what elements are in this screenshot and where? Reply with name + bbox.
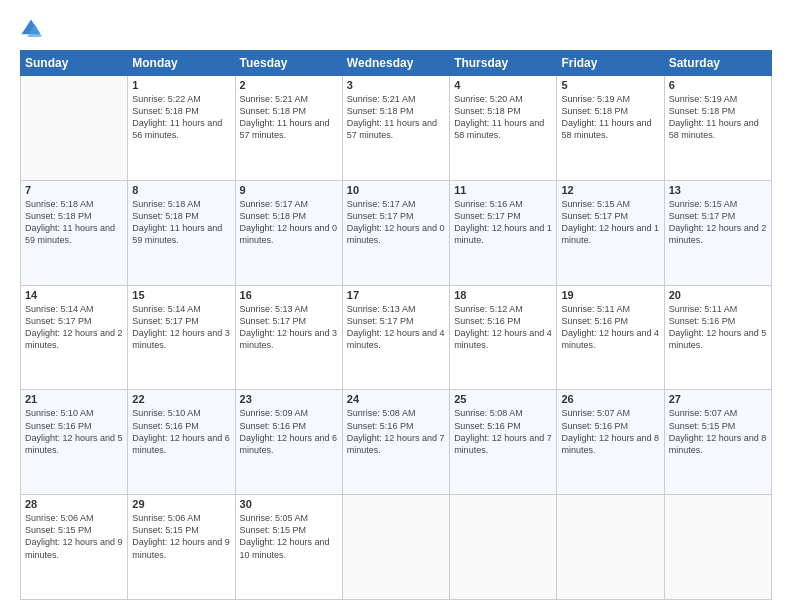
calendar-cell: 21Sunrise: 5:10 AMSunset: 5:16 PMDayligh… <box>21 390 128 495</box>
calendar-cell: 24Sunrise: 5:08 AMSunset: 5:16 PMDayligh… <box>342 390 449 495</box>
day-number: 27 <box>669 393 767 405</box>
calendar-cell: 28Sunrise: 5:06 AMSunset: 5:15 PMDayligh… <box>21 495 128 600</box>
day-number: 12 <box>561 184 659 196</box>
calendar-cell <box>450 495 557 600</box>
calendar-week-row: 1Sunrise: 5:22 AMSunset: 5:18 PMDaylight… <box>21 76 772 181</box>
day-number: 19 <box>561 289 659 301</box>
cell-info: Sunrise: 5:16 AMSunset: 5:17 PMDaylight:… <box>454 198 552 247</box>
day-number: 22 <box>132 393 230 405</box>
day-header-friday: Friday <box>557 51 664 76</box>
calendar-cell <box>342 495 449 600</box>
calendar-header-row: SundayMondayTuesdayWednesdayThursdayFrid… <box>21 51 772 76</box>
calendar-cell: 2Sunrise: 5:21 AMSunset: 5:18 PMDaylight… <box>235 76 342 181</box>
cell-info: Sunrise: 5:21 AMSunset: 5:18 PMDaylight:… <box>347 93 445 142</box>
calendar-cell: 5Sunrise: 5:19 AMSunset: 5:18 PMDaylight… <box>557 76 664 181</box>
day-header-thursday: Thursday <box>450 51 557 76</box>
logo-icon <box>20 18 42 40</box>
calendar-cell: 6Sunrise: 5:19 AMSunset: 5:18 PMDaylight… <box>664 76 771 181</box>
calendar-cell: 10Sunrise: 5:17 AMSunset: 5:17 PMDayligh… <box>342 180 449 285</box>
calendar-cell: 13Sunrise: 5:15 AMSunset: 5:17 PMDayligh… <box>664 180 771 285</box>
cell-info: Sunrise: 5:15 AMSunset: 5:17 PMDaylight:… <box>669 198 767 247</box>
calendar-cell: 19Sunrise: 5:11 AMSunset: 5:16 PMDayligh… <box>557 285 664 390</box>
calendar-cell: 18Sunrise: 5:12 AMSunset: 5:16 PMDayligh… <box>450 285 557 390</box>
day-number: 30 <box>240 498 338 510</box>
day-header-tuesday: Tuesday <box>235 51 342 76</box>
cell-info: Sunrise: 5:13 AMSunset: 5:17 PMDaylight:… <box>240 303 338 352</box>
calendar-cell <box>557 495 664 600</box>
day-number: 18 <box>454 289 552 301</box>
cell-info: Sunrise: 5:06 AMSunset: 5:15 PMDaylight:… <box>25 512 123 561</box>
cell-info: Sunrise: 5:14 AMSunset: 5:17 PMDaylight:… <box>25 303 123 352</box>
calendar-week-row: 14Sunrise: 5:14 AMSunset: 5:17 PMDayligh… <box>21 285 772 390</box>
day-number: 16 <box>240 289 338 301</box>
day-number: 11 <box>454 184 552 196</box>
cell-info: Sunrise: 5:07 AMSunset: 5:15 PMDaylight:… <box>669 407 767 456</box>
day-number: 15 <box>132 289 230 301</box>
day-number: 28 <box>25 498 123 510</box>
day-number: 6 <box>669 79 767 91</box>
cell-info: Sunrise: 5:08 AMSunset: 5:16 PMDaylight:… <box>347 407 445 456</box>
day-number: 7 <box>25 184 123 196</box>
day-number: 14 <box>25 289 123 301</box>
calendar-cell: 9Sunrise: 5:17 AMSunset: 5:18 PMDaylight… <box>235 180 342 285</box>
calendar-week-row: 7Sunrise: 5:18 AMSunset: 5:18 PMDaylight… <box>21 180 772 285</box>
day-number: 21 <box>25 393 123 405</box>
cell-info: Sunrise: 5:17 AMSunset: 5:18 PMDaylight:… <box>240 198 338 247</box>
day-number: 23 <box>240 393 338 405</box>
day-number: 1 <box>132 79 230 91</box>
calendar-cell <box>21 76 128 181</box>
cell-info: Sunrise: 5:09 AMSunset: 5:16 PMDaylight:… <box>240 407 338 456</box>
day-header-wednesday: Wednesday <box>342 51 449 76</box>
calendar-cell: 27Sunrise: 5:07 AMSunset: 5:15 PMDayligh… <box>664 390 771 495</box>
calendar-cell: 30Sunrise: 5:05 AMSunset: 5:15 PMDayligh… <box>235 495 342 600</box>
day-number: 2 <box>240 79 338 91</box>
day-number: 20 <box>669 289 767 301</box>
calendar-cell: 4Sunrise: 5:20 AMSunset: 5:18 PMDaylight… <box>450 76 557 181</box>
calendar-cell: 3Sunrise: 5:21 AMSunset: 5:18 PMDaylight… <box>342 76 449 181</box>
calendar-cell: 12Sunrise: 5:15 AMSunset: 5:17 PMDayligh… <box>557 180 664 285</box>
header <box>20 18 772 40</box>
page: SundayMondayTuesdayWednesdayThursdayFrid… <box>0 0 792 612</box>
calendar-cell: 26Sunrise: 5:07 AMSunset: 5:16 PMDayligh… <box>557 390 664 495</box>
day-number: 4 <box>454 79 552 91</box>
calendar-cell: 8Sunrise: 5:18 AMSunset: 5:18 PMDaylight… <box>128 180 235 285</box>
calendar-cell: 25Sunrise: 5:08 AMSunset: 5:16 PMDayligh… <box>450 390 557 495</box>
calendar-cell: 11Sunrise: 5:16 AMSunset: 5:17 PMDayligh… <box>450 180 557 285</box>
calendar-cell: 29Sunrise: 5:06 AMSunset: 5:15 PMDayligh… <box>128 495 235 600</box>
calendar-cell: 22Sunrise: 5:10 AMSunset: 5:16 PMDayligh… <box>128 390 235 495</box>
cell-info: Sunrise: 5:12 AMSunset: 5:16 PMDaylight:… <box>454 303 552 352</box>
calendar-cell: 17Sunrise: 5:13 AMSunset: 5:17 PMDayligh… <box>342 285 449 390</box>
cell-info: Sunrise: 5:10 AMSunset: 5:16 PMDaylight:… <box>25 407 123 456</box>
day-header-sunday: Sunday <box>21 51 128 76</box>
calendar-cell: 16Sunrise: 5:13 AMSunset: 5:17 PMDayligh… <box>235 285 342 390</box>
day-number: 26 <box>561 393 659 405</box>
calendar-week-row: 21Sunrise: 5:10 AMSunset: 5:16 PMDayligh… <box>21 390 772 495</box>
cell-info: Sunrise: 5:13 AMSunset: 5:17 PMDaylight:… <box>347 303 445 352</box>
calendar-cell: 1Sunrise: 5:22 AMSunset: 5:18 PMDaylight… <box>128 76 235 181</box>
cell-info: Sunrise: 5:11 AMSunset: 5:16 PMDaylight:… <box>561 303 659 352</box>
day-header-saturday: Saturday <box>664 51 771 76</box>
day-number: 8 <box>132 184 230 196</box>
cell-info: Sunrise: 5:10 AMSunset: 5:16 PMDaylight:… <box>132 407 230 456</box>
day-number: 25 <box>454 393 552 405</box>
cell-info: Sunrise: 5:11 AMSunset: 5:16 PMDaylight:… <box>669 303 767 352</box>
cell-info: Sunrise: 5:22 AMSunset: 5:18 PMDaylight:… <box>132 93 230 142</box>
day-number: 3 <box>347 79 445 91</box>
calendar-cell: 15Sunrise: 5:14 AMSunset: 5:17 PMDayligh… <box>128 285 235 390</box>
calendar-week-row: 28Sunrise: 5:06 AMSunset: 5:15 PMDayligh… <box>21 495 772 600</box>
day-number: 29 <box>132 498 230 510</box>
day-number: 17 <box>347 289 445 301</box>
day-number: 13 <box>669 184 767 196</box>
calendar-cell: 20Sunrise: 5:11 AMSunset: 5:16 PMDayligh… <box>664 285 771 390</box>
cell-info: Sunrise: 5:15 AMSunset: 5:17 PMDaylight:… <box>561 198 659 247</box>
calendar-table: SundayMondayTuesdayWednesdayThursdayFrid… <box>20 50 772 600</box>
logo <box>20 18 46 40</box>
cell-info: Sunrise: 5:17 AMSunset: 5:17 PMDaylight:… <box>347 198 445 247</box>
calendar-cell <box>664 495 771 600</box>
cell-info: Sunrise: 5:14 AMSunset: 5:17 PMDaylight:… <box>132 303 230 352</box>
day-number: 9 <box>240 184 338 196</box>
cell-info: Sunrise: 5:08 AMSunset: 5:16 PMDaylight:… <box>454 407 552 456</box>
calendar-cell: 14Sunrise: 5:14 AMSunset: 5:17 PMDayligh… <box>21 285 128 390</box>
cell-info: Sunrise: 5:19 AMSunset: 5:18 PMDaylight:… <box>669 93 767 142</box>
day-number: 24 <box>347 393 445 405</box>
